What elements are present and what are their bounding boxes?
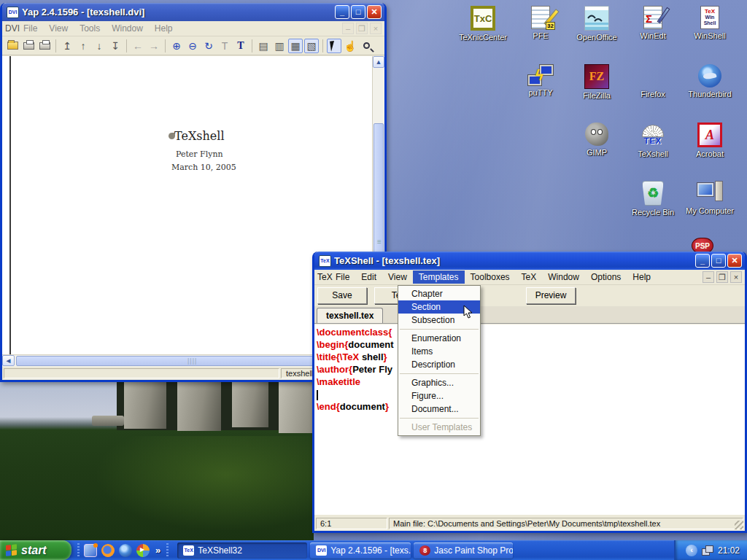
yap-titlebar[interactable]: DVI Yap 2.4.1596 - [texshell.dvi] _ □ ✕	[2, 3, 384, 21]
forward-icon[interactable]: →	[147, 39, 161, 53]
yap-minimize-button[interactable]: _	[335, 5, 349, 19]
hand-tool-icon[interactable]: ☝	[343, 39, 357, 53]
preview-button[interactable]: Preview	[526, 287, 576, 304]
texshell-menu-view[interactable]: View	[382, 271, 413, 284]
scroll-left-arrow-icon[interactable]: ◄	[2, 355, 15, 366]
yap-menu-help[interactable]: Help	[149, 22, 179, 35]
tray-collapse-chevron-icon[interactable]: ‹	[686, 545, 697, 556]
yap-document-icon: DVI	[5, 23, 16, 34]
child-restore-icon[interactable]: ❐	[356, 23, 368, 34]
menu-item-enumeration[interactable]: Enumeration	[398, 332, 480, 345]
child-close-icon[interactable]: ×	[730, 271, 742, 283]
child-restore-icon[interactable]: ❐	[716, 271, 728, 283]
print-setup-icon[interactable]	[37, 39, 52, 53]
select-tool-icon[interactable]	[327, 39, 341, 53]
code-line: \maketitle	[317, 376, 745, 388]
yap-menu-file[interactable]: File	[18, 22, 43, 35]
single-page-icon[interactable]: ▤	[256, 39, 271, 53]
next-page-icon[interactable]: ↓	[92, 39, 107, 53]
yap-menu-tools[interactable]: Tools	[74, 22, 106, 35]
quicklaunch-firefox-icon[interactable]	[101, 544, 115, 557]
yap-menu-window[interactable]: Window	[106, 22, 149, 35]
texshell-minimize-button[interactable]: _	[695, 254, 710, 268]
print-icon[interactable]	[21, 39, 36, 53]
menu-item-section[interactable]: Section	[398, 300, 480, 314]
resize-grip[interactable]	[735, 521, 743, 529]
toolbar-handle[interactable]	[77, 543, 80, 558]
yap-close-button[interactable]: ✕	[367, 5, 382, 19]
texshell-maximize-button[interactable]: □	[711, 254, 726, 268]
menu-item-document[interactable]: Document...	[398, 402, 480, 416]
child-minimize-icon[interactable]: –	[342, 23, 354, 34]
menu-item-graphics[interactable]: Graphics...	[398, 376, 480, 389]
texshell-menu-toolboxes[interactable]: Toolboxes	[465, 271, 516, 284]
child-minimize-icon[interactable]: –	[703, 271, 714, 283]
desktop-icon-openoffice[interactable]: OpenOffice	[568, 6, 625, 42]
child-close-icon[interactable]: ×	[370, 23, 382, 34]
desktop-icon-gimp[interactable]: GIMP	[568, 122, 625, 157]
zoom-in-icon[interactable]: ⊕	[169, 39, 184, 53]
desktop-icon-winedt[interactable]: ΣWinEdt	[624, 6, 681, 40]
quicklaunch-show-desktop-icon[interactable]	[84, 544, 97, 557]
menu-item-subsection[interactable]: Subsection	[398, 314, 480, 327]
windows-flag-icon	[6, 544, 18, 557]
tab-texshell-tex[interactable]: texshell.tex	[317, 308, 383, 323]
desktop-icon-filezilla[interactable]: FZFileZilla	[568, 64, 625, 100]
continuous-facing-icon[interactable]: ▧	[304, 39, 319, 53]
desktop-icon-texniccenter[interactable]: TxCTeXnicCenter	[454, 6, 511, 42]
facing-pages-icon[interactable]: ▥	[272, 39, 287, 53]
scroll-up-arrow-icon[interactable]: ▲	[373, 56, 384, 68]
desktop-icon-mycomputer[interactable]: My Computer	[681, 181, 738, 215]
menu-item-items[interactable]: Items	[398, 345, 480, 358]
save-button[interactable]: Save	[317, 287, 367, 304]
prev-page-icon[interactable]: ↑	[76, 39, 90, 53]
last-page-icon[interactable]: ↧	[108, 39, 123, 53]
texshell-menu-window[interactable]: Window	[542, 271, 585, 284]
quick-launch-overflow-icon[interactable]: »	[154, 545, 162, 556]
texshell-menu-file[interactable]: File	[330, 271, 355, 284]
menu-item-figure[interactable]: Figure...	[398, 389, 480, 402]
start-button[interactable]: start	[0, 540, 71, 560]
texshell-tabrow: texshell.tex	[314, 306, 745, 324]
back-icon[interactable]: ←	[131, 39, 145, 53]
ruler-tool-icon[interactable]: T	[217, 39, 232, 53]
texshell-menu-help[interactable]: Help	[627, 271, 657, 284]
desktop-icon-putty[interactable]: ϟpuTTY	[512, 64, 569, 97]
menu-item-chapter[interactable]: Chapter	[398, 287, 480, 300]
texshell-editor[interactable]: \documentclass{\begin{document\title{\Te…	[314, 324, 745, 515]
text-tool-icon[interactable]: T	[233, 39, 248, 53]
desktop-icon-recycle[interactable]: ♻Recycle Bin	[624, 181, 681, 217]
texshell-menu-edit[interactable]: Edit	[355, 271, 382, 284]
open-icon[interactable]	[5, 39, 20, 53]
yap-menu-view[interactable]: View	[43, 22, 74, 35]
texshell-menu-templates[interactable]: Templates	[413, 271, 465, 284]
texshell-close-button[interactable]: ✕	[727, 254, 742, 268]
yap-maximize-button[interactable]: □	[351, 5, 365, 19]
quicklaunch-thunderbird-icon[interactable]	[119, 544, 132, 557]
taskbar-button-yap[interactable]: DVIYap 2.4.1596 - [texs...	[310, 542, 411, 559]
latex-command: \title{\TeX	[317, 351, 362, 362]
desktop-icon-texshell[interactable]: TEXTeXshell	[624, 122, 681, 158]
taskbar-button-psp[interactable]: 8Jasc Paint Shop Pro	[414, 542, 513, 559]
first-page-icon[interactable]: ↥	[60, 39, 74, 53]
texshell-menu-options[interactable]: Options	[585, 271, 627, 284]
zoom-out-icon[interactable]: ⊖	[185, 39, 200, 53]
toolbar-handle[interactable]	[166, 543, 169, 558]
desktop-icon-thunderbird[interactable]: Thunderbird	[681, 64, 738, 98]
magnifier-icon[interactable]	[359, 39, 374, 53]
refresh-icon[interactable]: ↻	[201, 39, 216, 53]
desktop-icon-pfe[interactable]: 32PFE	[512, 6, 569, 40]
texshell-titlebar[interactable]: TeX TeXShell - [texshell.tex] _ □ ✕	[314, 252, 745, 270]
desktop-icon-winshell[interactable]: TeXWinShellWinShell	[681, 6, 738, 40]
quicklaunch-media-player-icon[interactable]	[136, 544, 150, 557]
menu-item-description[interactable]: Description	[398, 358, 480, 371]
code-line: \end{document}	[317, 400, 745, 413]
yap-task-icon: DVI	[316, 545, 327, 556]
desktop-icon-firefox[interactable]: Firefox	[624, 64, 681, 98]
network-icon[interactable]	[702, 545, 713, 555]
continuous-icon[interactable]: ▦	[288, 39, 303, 53]
texshell-app-icon: TeX	[319, 255, 331, 267]
desktop-icon-acrobat[interactable]: AAcrobat	[681, 122, 738, 158]
texshell-menu-tex[interactable]: TeX	[516, 271, 543, 284]
taskbar-button-texshell[interactable]: TeXTeXShell32	[177, 542, 307, 559]
